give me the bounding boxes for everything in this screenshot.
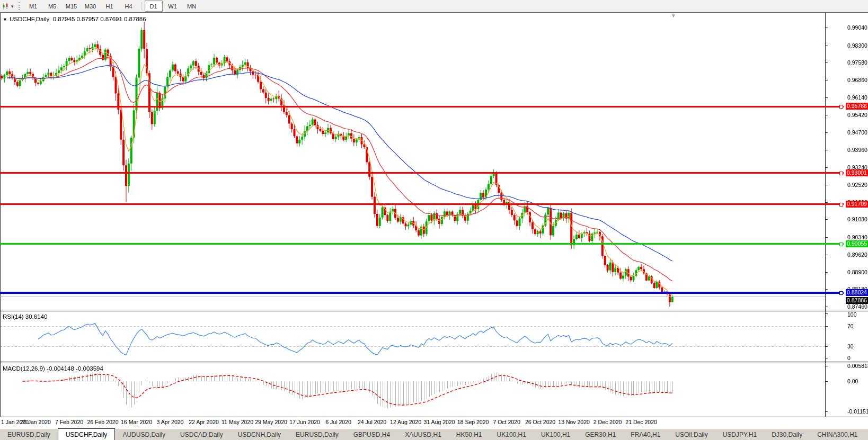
rsi-tick-dash <box>825 346 828 347</box>
date-axis-label: 7 Oct 2020 <box>493 419 520 425</box>
price-tick-dash <box>825 62 828 63</box>
macd-panel-title: MACD(12,26,9) -0.004148 -0.003594 <box>3 365 103 372</box>
candlestick-chart-icon <box>2 3 10 10</box>
price-tick-dash <box>825 132 828 133</box>
level-line-handle[interactable] <box>839 203 843 206</box>
macd-axis-label: 0.00 <box>847 378 858 384</box>
chart-symbol: USDCHF,Daily <box>10 16 49 22</box>
timeframe-button-d1[interactable]: D1 <box>145 1 163 12</box>
chart-ohlc-values: 0.87945 0.87957 0.87691 0.87886 <box>53 16 146 22</box>
price-tick-dash <box>825 289 828 290</box>
macd-tick-dash <box>825 381 828 382</box>
macd-chart-canvas[interactable] <box>0 363 825 416</box>
symbol-tab-ger30-h1[interactable]: GER30,H1 <box>578 428 623 440</box>
price-tick-label: 0.97580 <box>847 59 867 66</box>
symbol-tab-xauusd-h1[interactable]: XAUUSD,H1 <box>397 428 449 440</box>
macd-axis-label: -0.011514 <box>847 408 868 415</box>
timeframe-button-m1[interactable]: M1 <box>24 1 42 12</box>
price-tick-label: 0.89620 <box>847 252 867 258</box>
symbol-tab-usdjpy-h1[interactable]: USDJPY,H1 <box>715 428 764 440</box>
date-axis-label: 17 Jun 2020 <box>289 419 320 425</box>
chart-collapse-caret[interactable]: ▼ <box>3 17 7 22</box>
symbol-tab-usdcnh-daily[interactable]: USDCNH,Daily <box>231 428 288 440</box>
price-tick-label: 0.98300 <box>847 42 867 49</box>
price-tick-label: 0.91080 <box>847 216 867 222</box>
symbol-tab-fra40-h1[interactable]: FRA40,H1 <box>623 428 668 440</box>
panel-divider[interactable] <box>0 362 868 363</box>
symbol-tab-usoil-daily[interactable]: USOil,Daily <box>668 428 715 440</box>
date-axis-label: 26 Oct 2020 <box>525 419 555 425</box>
timeframe-button-w1[interactable]: W1 <box>164 1 182 12</box>
price-tick-dash <box>825 255 828 255</box>
timeframe-button-m15[interactable]: M15 <box>63 1 81 12</box>
price-tick-dash <box>825 80 828 80</box>
rsi-chart-canvas[interactable] <box>0 311 825 361</box>
price-tick-dash <box>825 97 828 98</box>
date-axis-label: 12 Aug 2020 <box>390 419 421 425</box>
symbol-tab-usdchf-daily[interactable]: USDCHF,Daily <box>58 428 116 440</box>
level-line-handle[interactable] <box>839 291 843 295</box>
symbol-tab-eurusd-daily[interactable]: EURUSD,Daily <box>288 428 346 440</box>
date-axis-label: 21 Dec 2020 <box>625 419 657 425</box>
chart-type-button[interactable]: ▾ <box>1 1 15 11</box>
date-axis-label: 2 Dec 2020 <box>594 419 622 425</box>
price-tick-label: 0.88900 <box>847 269 867 275</box>
rsi-axis-label: 100 <box>847 311 857 318</box>
rsi-tick-dash <box>825 358 828 358</box>
panel-divider[interactable] <box>0 310 868 311</box>
timeframe-button-m30[interactable]: M30 <box>82 1 100 12</box>
price-tick-dash <box>825 219 828 220</box>
level-price-label: 0.90055 <box>846 240 868 247</box>
date-axis-label: 22 Apr 2020 <box>189 419 219 425</box>
toolbar-grip[interactable] <box>19 2 20 10</box>
timeframe-toolbar: ▾ M1M5M15M30H1H4D1W1MN <box>0 0 868 13</box>
timeframe-button-h4[interactable]: H4 <box>120 1 138 12</box>
price-tick-label: 0.92520 <box>847 182 867 188</box>
price-chart-canvas[interactable] <box>0 13 825 310</box>
rsi-axis-label: 30 <box>847 343 854 349</box>
timeframe-button-m5[interactable]: M5 <box>43 1 61 12</box>
rsi-tick-dash <box>825 313 828 314</box>
level-price-label: 0.93001 <box>846 169 868 176</box>
level-price-label: 0.95766 <box>846 103 868 110</box>
date-axis-label: 3 Apr 2020 <box>157 419 184 425</box>
level-price-label: 0.91709 <box>846 201 868 208</box>
level-line-handle[interactable] <box>839 243 843 246</box>
symbol-tab-uk100-h1[interactable]: UK100,H1 <box>490 428 534 440</box>
date-axis-label: 31 Aug 2020 <box>424 419 455 425</box>
horizontal-level-line[interactable] <box>0 203 844 205</box>
chart-shift-marker-icon[interactable]: ▼ <box>671 13 676 19</box>
symbol-tab-china300-h1[interactable]: CHINA300,H1 <box>810 428 865 440</box>
price-tick-label: 0.96860 <box>847 77 867 83</box>
price-tick-label: 0.96140 <box>847 94 867 101</box>
level-line-handle[interactable] <box>839 172 843 175</box>
price-tick-dash <box>825 202 828 203</box>
level-line-handle[interactable] <box>839 105 843 109</box>
rsi-tick-dash <box>825 326 828 327</box>
symbol-tab-usdcad-daily[interactable]: USDCAD,Daily <box>173 428 231 440</box>
rsi-axis-label: 70 <box>847 323 854 329</box>
horizontal-level-line[interactable] <box>0 172 844 174</box>
symbol-tab-hk50-h1[interactable]: HK50,H1 <box>449 428 490 440</box>
symbol-tab-dj30-daily[interactable]: DJ30,Daily <box>764 428 810 440</box>
trading-terminal: ▾ M1M5M15M30H1H4D1W1MN ▼USDCHF,Daily 0.8… <box>0 0 868 440</box>
symbol-tab-usoil-h1[interactable]: USOil,H1 <box>865 428 868 440</box>
date-axis-label: 11 May 2020 <box>222 419 253 425</box>
horizontal-level-line[interactable] <box>0 106 844 107</box>
horizontal-level-line[interactable] <box>0 243 844 245</box>
symbol-tab-audusd-daily[interactable]: AUDUSD,Daily <box>115 428 173 440</box>
symbol-tab-gbpusd-h4[interactable]: GBPUSD,H4 <box>346 428 397 440</box>
price-tick-dash <box>825 237 828 238</box>
timeframe-buttons: M1M5M15M30H1H4D1W1MN <box>24 1 201 12</box>
timeframe-button-mn[interactable]: MN <box>183 1 201 12</box>
price-tick-dash <box>825 150 828 150</box>
symbol-tab-uk100-h1[interactable]: UK100,H1 <box>534 428 578 440</box>
symbol-tab-eurusd-daily[interactable]: EURUSD,Daily <box>0 428 58 440</box>
price-tick-dash <box>825 46 828 46</box>
horizontal-level-line[interactable] <box>0 292 844 294</box>
timeframe-button-h1[interactable]: H1 <box>101 1 119 12</box>
price-tick-label: 0.94700 <box>847 129 867 136</box>
price-tick-dash <box>825 307 828 307</box>
price-tick-label: 0.95420 <box>847 112 867 118</box>
toolbar-separator <box>141 2 141 10</box>
